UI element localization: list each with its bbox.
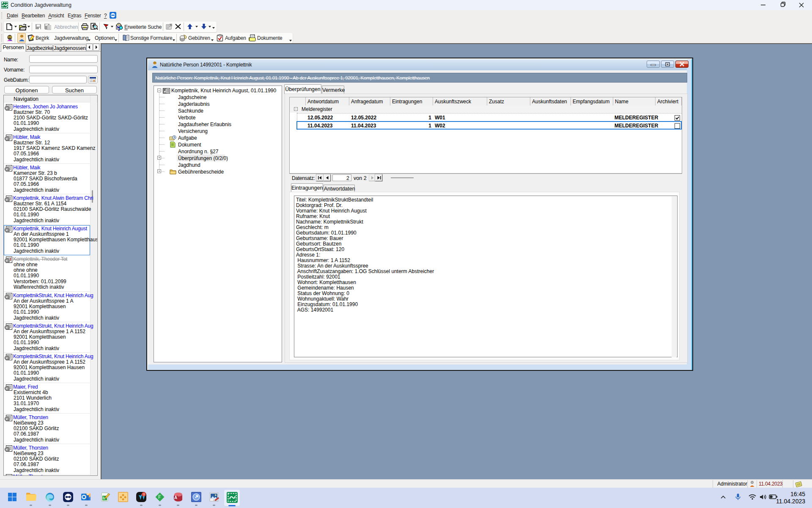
svg-text:!: ! bbox=[10, 257, 11, 261]
svg-text:A: A bbox=[174, 495, 177, 500]
svg-text:3: 3 bbox=[143, 492, 145, 496]
